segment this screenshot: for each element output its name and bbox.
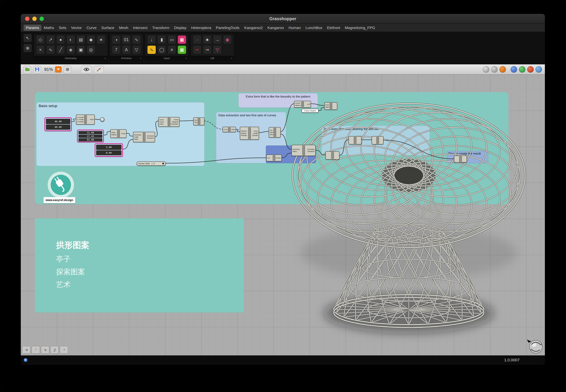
graph-mapper-icon[interactable]: ∿ — [147, 45, 156, 54]
zoom-extents-button[interactable]: ⊞ — [64, 66, 71, 73]
param-box-icon[interactable]: ◆ — [87, 35, 95, 44]
relay-icon[interactable]: · — [193, 35, 201, 44]
view-blue2-icon[interactable] — [536, 66, 542, 73]
minimize-button[interactable] — [32, 17, 37, 21]
number-icon[interactable]: 7 — [112, 45, 120, 54]
menu-lunchbox[interactable]: LunchBox — [303, 25, 325, 31]
widget-panel-button[interactable]: ▯ — [50, 346, 59, 354]
param-null-icon[interactable]: × — [36, 45, 45, 54]
menu-curve[interactable]: Curve — [84, 25, 99, 31]
loft-node[interactable]: CurvesOptionsLoft — [294, 101, 311, 108]
integer-icon[interactable]: 01 — [122, 35, 131, 44]
menu-human[interactable]: Human — [286, 25, 303, 31]
construct-point-node[interactable]: X coordinateY coordinateZ coordinatePoin… — [76, 114, 95, 125]
view-red-icon[interactable] — [527, 66, 534, 73]
param-geometry-icon[interactable]: ◇ — [36, 35, 45, 44]
group-expand-icon[interactable]: + — [185, 57, 187, 60]
text-icon[interactable]: A — [122, 45, 131, 54]
list-item-node[interactable]: ListIndexWrap — [269, 127, 281, 138]
zoom-dropdown[interactable] — [55, 66, 61, 72]
preview-node[interactable]: GeometryMaterial — [324, 102, 337, 110]
param-surface-icon[interactable]: ◈ — [66, 45, 75, 54]
preview-toggle-button[interactable] — [81, 66, 92, 73]
group-expand-icon[interactable]: + — [140, 57, 142, 60]
menu-sets[interactable]: Sets — [57, 25, 69, 31]
param-line-icon[interactable]: ╱ — [56, 45, 65, 54]
slider-panel-group-3[interactable]: 5.008.00 — [95, 143, 123, 157]
trigger-icon[interactable]: ⇒ — [203, 45, 211, 54]
widget-wires-button[interactable]: ∿ — [41, 346, 49, 354]
galapagos-icon[interactable]: ▽ — [213, 45, 222, 54]
data2-node-a[interactable] — [348, 136, 361, 144]
param-curve-icon[interactable]: ◐ — [66, 35, 75, 44]
menu-intersect[interactable]: Intersect — [131, 25, 150, 31]
group-pipe[interactable]: Pipe to create the result — [447, 151, 488, 163]
button-icon[interactable]: ▭ — [167, 35, 176, 44]
display-hidden-icon[interactable] — [491, 66, 498, 73]
slider-panel-group-2[interactable]: 12.0017.4391.00 — [77, 130, 104, 142]
number-slider-node[interactable]: Number Slider1.0 — [137, 161, 166, 166]
menu-heteroptera[interactable]: Heteroptera — [189, 25, 213, 31]
open-file-button[interactable] — [24, 66, 31, 73]
data2-node-c[interactable] — [326, 151, 340, 160]
display-shaded-icon[interactable] — [483, 66, 489, 73]
menu-panelingtools[interactable]: PanelingTools — [213, 25, 242, 31]
rotate-node[interactable]: GeometryAnglePlaneGeometryTransform — [133, 132, 155, 142]
gh-canvas[interactable]: Basis setup Extra form that is like the … — [21, 74, 545, 355]
point-list-node[interactable]: PointsSize — [193, 117, 205, 125]
import-icon[interactable]: ↓ — [147, 35, 156, 44]
menu-elefront[interactable]: Elefront — [325, 25, 343, 31]
disable-icon[interactable]: ⊗ — [23, 44, 32, 53]
menu-mesh[interactable]: Mesh — [117, 25, 131, 31]
zoom-button[interactable] — [40, 17, 44, 21]
menu-params[interactable]: Params — [24, 25, 41, 31]
menu-kangaroo[interactable]: Kangaroo — [265, 25, 286, 31]
group-expand-icon[interactable]: + — [231, 57, 232, 60]
group-notes[interactable]: 拱形图案 亭子 探索图案 艺术 — [35, 218, 244, 312]
slider-panel-group-1[interactable]: 46.0040.00 — [45, 117, 72, 131]
menu-kangaroo2[interactable]: Kangaroo2 — [242, 25, 265, 31]
control-points-node[interactable]: VerticesDegreePeriodicCurveLengthDomain — [240, 127, 259, 140]
param-plane-icon[interactable]: ▤ — [76, 35, 85, 44]
jump-icon[interactable]: ◉ — [223, 35, 232, 44]
view-green-icon[interactable] — [519, 66, 525, 73]
cursor-icon[interactable]: ↖ — [23, 34, 32, 42]
status-badge[interactable]: 0 — [24, 358, 28, 362]
point-param-node[interactable] — [100, 117, 104, 122]
menu-display[interactable]: Display — [172, 25, 189, 31]
param-vector-icon[interactable]: ↗ — [46, 35, 55, 44]
partition-list-node[interactable]: ListChunks — [266, 154, 282, 161]
menu-magnetizing_fpg[interactable]: Magnetizing_FPG — [343, 25, 377, 31]
widget-tag-button[interactable]: T — [31, 346, 40, 354]
param-sphere-icon[interactable]: ◎ — [87, 45, 95, 54]
menu-vector[interactable]: Vector — [69, 25, 84, 31]
menu-surface[interactable]: Surface — [99, 25, 117, 31]
data-path-icon[interactable]: ∿ — [132, 35, 141, 44]
cherry-picker-icon[interactable]: •• — [193, 45, 201, 54]
divide-curve-node[interactable]: CurveCountKinksPointsTangentsParameters — [158, 117, 179, 127]
slider-grip[interactable] — [162, 163, 164, 165]
colour-picker-icon[interactable]: ▦ — [178, 45, 186, 54]
display-preview-icon[interactable] — [499, 66, 506, 73]
param-point-icon[interactable]: ● — [56, 35, 65, 44]
param-arc-icon[interactable]: ∿ — [46, 45, 55, 54]
widget-math-button[interactable]: -x — [22, 346, 30, 354]
group-expand-icon[interactable]: + — [104, 57, 106, 60]
menu-maths[interactable]: Maths — [41, 25, 56, 31]
gradient-icon[interactable]: ▦ — [178, 35, 186, 44]
navigation-ball[interactable] — [526, 336, 545, 355]
save-file-button[interactable] — [33, 66, 41, 73]
param-mesh-icon[interactable]: ∗ — [97, 35, 105, 44]
menu-transform[interactable]: Transform — [150, 25, 172, 31]
curve-data-node[interactable]: CurveData — [223, 127, 236, 132]
pipe-node[interactable] — [454, 156, 467, 162]
data-recorder-icon[interactable]: ♣ — [203, 35, 211, 44]
slider-icon[interactable]: ▮ — [157, 35, 166, 44]
domain-icon[interactable]: ▽ — [132, 45, 141, 54]
paint-tool-button[interactable] — [94, 66, 104, 73]
knob-icon[interactable]: ◯ — [157, 45, 166, 54]
transform-node[interactable]: GeometryPlaneGeometryTransform — [292, 145, 316, 156]
data-dam-icon[interactable]: → — [213, 35, 222, 44]
circle-node[interactable]: PlaneRadiusCircle — [110, 129, 127, 138]
widget-profiler-button[interactable]: ◔ — [60, 346, 68, 354]
